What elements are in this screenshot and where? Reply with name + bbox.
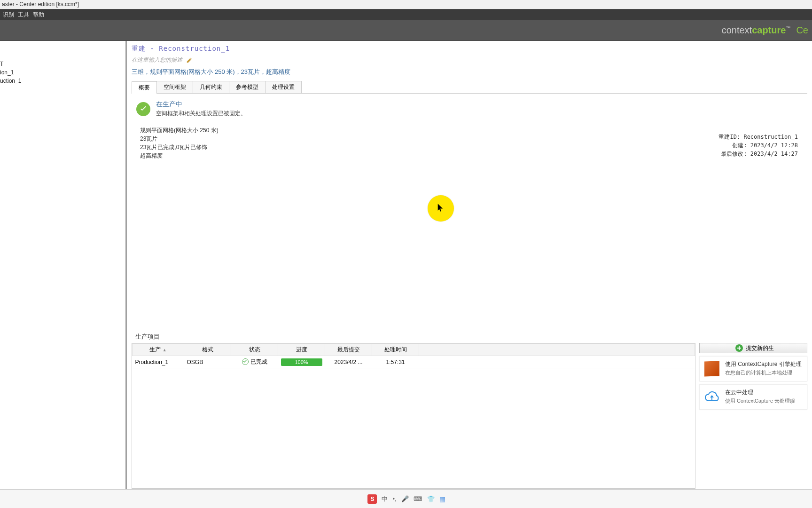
project-tree: T ion_1 uction_1	[0, 41, 127, 489]
col-production[interactable]: 生产 ▲	[133, 344, 184, 356]
brand-bar: contextcapture™ Ce	[0, 20, 812, 41]
taskbar: S 中 •, 🎤 ⌨ 👕 ▦	[0, 489, 812, 508]
tree-reconstruction[interactable]: uction_1	[0, 77, 125, 85]
col-spacer	[419, 344, 695, 356]
menu-bar: 识别 工具 帮助	[0, 9, 812, 20]
cloud-card[interactable]: 在云中处理 使用 ContextCapture 云处理服	[699, 384, 807, 410]
tab-geometry-constraints[interactable]: 几何约束	[193, 81, 229, 93]
cursor-highlight	[428, 195, 454, 222]
status-title: 在生产中	[156, 100, 246, 109]
description-placeholder: 在这里输入您的描述	[132, 56, 182, 64]
production-actions: 提交新的生 使用 ContextCapture 引擎处理 在您自己的计算机上本地…	[699, 343, 807, 489]
detail-precision: 超高精度	[140, 151, 807, 160]
detail-tiles: 23瓦片	[140, 135, 807, 143]
col-processing-time[interactable]: 处理时间	[372, 344, 419, 356]
page-title: 重建 - Reconstruction_1	[132, 45, 807, 53]
cell-production-name: Production_1	[133, 356, 184, 368]
tree-root[interactable]: T	[0, 60, 125, 68]
cell-status: 已完成	[231, 356, 278, 368]
col-progress[interactable]: 进度	[278, 344, 325, 356]
productions-table: 生产 ▲ 格式 状态 进度 最后提交 处理时间 Product	[132, 343, 695, 489]
cloud-card-sub: 使用 ContextCapture 云处理服	[725, 397, 795, 405]
cell-proc-time: 1:57:31	[372, 356, 419, 368]
tab-spatial-framework[interactable]: 空间框架	[156, 81, 193, 93]
clothing-icon[interactable]: 👕	[427, 495, 435, 502]
local-engine-card[interactable]: 使用 ContextCapture 引擎处理 在您自己的计算机上本地处理	[699, 356, 807, 381]
reconstruction-tabs: 概要 空间框架 几何约束 参考模型 处理设置	[132, 81, 807, 94]
tree-block[interactable]: ion_1	[0, 68, 125, 77]
col-status[interactable]: 状态	[231, 344, 278, 356]
status-done-icon	[242, 358, 249, 365]
check-circle-icon	[136, 102, 150, 116]
status-subtitle: 空间框架和相关处理设置已被固定。	[156, 110, 246, 118]
menu-tools[interactable]: 工具	[18, 11, 29, 19]
menu-recognize[interactable]: 识别	[3, 11, 14, 19]
tab-processing-settings[interactable]: 处理设置	[265, 81, 302, 93]
brand-logo: contextcapture™	[722, 25, 791, 36]
table-row[interactable]: Production_1 OSGB 已完成 100% 2023/4/2 ... …	[133, 356, 695, 368]
microphone-icon[interactable]: 🎤	[401, 495, 409, 502]
productions-title: 生产项目	[132, 333, 807, 341]
progress-bar: 100%	[281, 358, 322, 366]
detail-grid: 规则平面网格(网格大小 250 米)	[140, 126, 807, 135]
window-title: aster - Center edition [ks.ccm*]	[2, 1, 79, 8]
reconstruction-summary: 三维，规则平面网格(网格大小 250 米)，23瓦片，超高精度	[132, 68, 807, 76]
keyboard-icon[interactable]: ⌨	[414, 495, 422, 502]
ime-badge-icon[interactable]: S	[367, 494, 377, 504]
tab-reference-model[interactable]: 参考模型	[229, 81, 265, 93]
ime-sep-icon: •,	[392, 495, 396, 502]
sort-asc-icon: ▲	[163, 348, 167, 352]
tab-overview[interactable]: 概要	[132, 81, 157, 94]
table-header-row: 生产 ▲ 格式 状态 进度 最后提交 处理时间	[133, 344, 695, 356]
reconstruction-meta: 重建ID: Reconstruction_1 创建: 2023/4/2 12:2…	[718, 133, 798, 158]
menu-help[interactable]: 帮助	[33, 11, 44, 19]
reconstruction-details: 规则平面网格(网格大小 250 米) 23瓦片 23瓦片已完成,0瓦片已修饰 超…	[132, 126, 807, 160]
col-format[interactable]: 格式	[184, 344, 231, 356]
apps-grid-icon[interactable]: ▦	[439, 495, 445, 503]
ime-language[interactable]: 中	[382, 495, 388, 503]
cloud-upload-icon	[703, 389, 720, 405]
engine-card-title: 使用 ContextCapture 引擎处理	[725, 360, 802, 368]
brand-extra: Ce	[796, 25, 808, 36]
title-bar: aster - Center edition [ks.ccm*]	[0, 0, 812, 9]
engine-card-sub: 在您自己的计算机上本地处理	[725, 369, 802, 376]
plus-circle-icon	[735, 344, 743, 352]
main-panel: 重建 - Reconstruction_1 在这里输入您的描述 三维，规则平面网…	[127, 41, 812, 489]
cell-format: OSGB	[184, 356, 231, 368]
col-last-submit[interactable]: 最后提交	[325, 344, 372, 356]
engine-box-icon	[703, 360, 720, 377]
productions-section: 生产项目 生产 ▲ 格式 状态 进度 最后提交	[132, 333, 807, 489]
status-row: 在生产中 空间框架和相关处理设置已被固定。	[132, 100, 807, 118]
cloud-card-title: 在云中处理	[725, 389, 795, 397]
cell-last-submit: 2023/4/2 ...	[325, 356, 372, 368]
detail-tile-status: 23瓦片已完成,0瓦片已修饰	[140, 143, 807, 151]
edit-description-icon[interactable]	[186, 57, 193, 64]
cell-progress: 100%	[278, 356, 325, 368]
submit-new-production-button[interactable]: 提交新的生	[699, 343, 807, 353]
